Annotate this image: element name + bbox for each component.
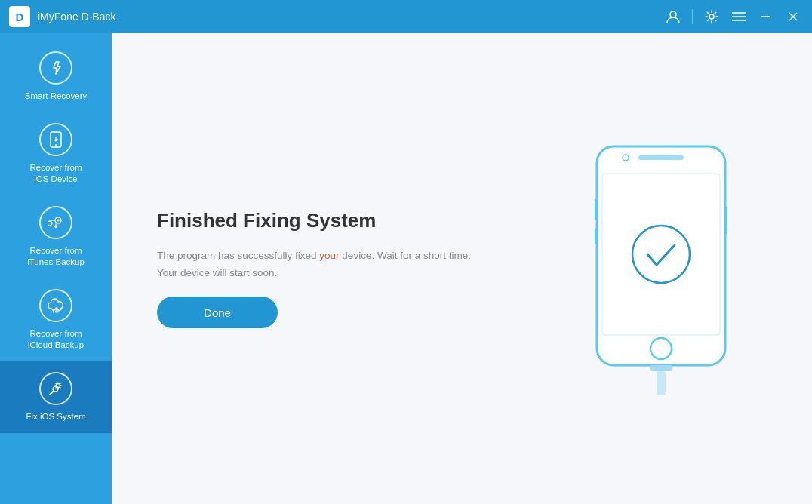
- sidebar-item-icloud-backup[interactable]: Recover fromiCloud Backup: [0, 278, 112, 361]
- itunes-backup-icon: [39, 206, 72, 239]
- highlight-text: your: [319, 250, 339, 261]
- sidebar-item-fix-ios[interactable]: Fix iOS System: [0, 361, 112, 433]
- svg-point-16: [53, 386, 58, 392]
- app-title: iMyFone D-Back: [38, 11, 115, 23]
- smart-recovery-icon: [39, 51, 72, 85]
- minimize-icon[interactable]: [755, 5, 777, 28]
- window-controls: [662, 5, 804, 28]
- settings-icon[interactable]: [700, 5, 723, 28]
- svg-point-19: [623, 155, 629, 161]
- svg-rect-27: [725, 207, 727, 234]
- phone-illustration: [586, 139, 737, 398]
- sidebar: Smart Recovery Recover fromiOS Device: [0, 33, 112, 504]
- svg-line-15: [50, 391, 54, 395]
- svg-rect-24: [657, 371, 666, 395]
- svg-point-22: [651, 338, 672, 359]
- fix-ios-label: Fix iOS System: [26, 411, 85, 423]
- svg-point-21: [632, 226, 690, 283]
- content-left: Finished Fixing System The program has s…: [157, 209, 474, 329]
- app-body: Smart Recovery Recover fromiOS Device: [0, 33, 812, 504]
- svg-point-1: [709, 14, 714, 19]
- main-content: Finished Fixing System The program has s…: [112, 33, 812, 504]
- svg-rect-23: [650, 365, 672, 371]
- itunes-backup-label: Recover fromiTunes Backup: [27, 245, 85, 268]
- smart-recovery-label: Smart Recovery: [25, 91, 87, 102]
- separator: [692, 9, 693, 24]
- menu-icon[interactable]: [727, 5, 750, 28]
- close-icon[interactable]: [782, 5, 804, 28]
- icloud-backup-label: Recover fromiCloud Backup: [28, 328, 84, 351]
- sidebar-item-itunes-backup[interactable]: Recover fromiTunes Backup: [0, 195, 112, 278]
- svg-point-14: [48, 221, 52, 226]
- ios-device-icon: [39, 123, 72, 156]
- svg-rect-18: [638, 155, 684, 160]
- account-icon[interactable]: [662, 5, 684, 28]
- ios-device-label: Recover fromiOS Device: [29, 162, 82, 185]
- fix-ios-icon: [39, 372, 72, 405]
- title-bar: D iMyFone D-Back: [0, 0, 812, 33]
- icloud-backup-icon: [39, 289, 72, 322]
- done-button[interactable]: Done: [157, 297, 278, 328]
- sidebar-item-ios-device[interactable]: Recover fromiOS Device: [0, 112, 112, 195]
- app-logo: D: [9, 6, 30, 27]
- main-title: Finished Fixing System: [157, 209, 474, 232]
- svg-point-12: [57, 219, 60, 221]
- main-description: The program has successfully fixed your …: [157, 247, 474, 282]
- svg-rect-26: [595, 228, 597, 244]
- sidebar-item-smart-recovery[interactable]: Smart Recovery: [0, 41, 112, 112]
- svg-point-0: [670, 11, 676, 17]
- svg-point-9: [55, 144, 57, 146]
- svg-rect-25: [595, 199, 597, 220]
